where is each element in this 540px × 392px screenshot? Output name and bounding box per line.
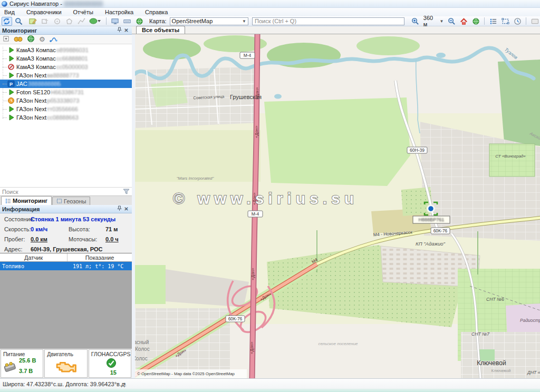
window-title: Сириус Навигатор - [9, 1, 62, 7]
polygon-geozone-button[interactable] [64, 17, 75, 26]
monitor-view-button[interactable] [110, 17, 120, 26]
zoom-level-select[interactable]: 360 м ▼ [422, 15, 445, 27]
vehicle-row[interactable]: ГАЗон Next тт03556666 [0, 105, 132, 113]
expand-all-button[interactable] [3, 36, 9, 43]
shield-60k76-east: 60К-76 [431, 228, 450, 234]
vehicle-row[interactable]: ГАЗон Next вв88888773 [0, 71, 132, 80]
vehicle-row[interactable]: КамАЗ Компас о899886031 [0, 46, 132, 54]
vehicle-row[interactable]: ГАЗон Next рб53338073 [0, 96, 132, 105]
map-select-label: Карта: [149, 18, 167, 24]
vehicle-row-selected[interactable]: P JAC З88888888Б [0, 80, 132, 88]
screen-icon [531, 17, 539, 25]
geozone-icon [56, 198, 62, 204]
svg-text:60К-76: 60К-76 [433, 228, 448, 233]
close-icon[interactable]: ✕ [123, 206, 130, 212]
tab-monitoring[interactable]: Мониторинг [1, 196, 52, 205]
routes-button[interactable] [50, 35, 57, 44]
global-search-input[interactable]: Поиск (Ctrl + Q) [252, 17, 404, 25]
sensor-col-value[interactable]: Показание [68, 253, 132, 261]
shield-60k76-interchange: 60К-76 [226, 316, 245, 322]
shield-m4-top: М-4 [240, 52, 255, 58]
chevron-down-icon: ▼ [440, 19, 444, 24]
map-provider-select[interactable]: OpenStreetMap ▼ [170, 17, 248, 25]
edit-map-button[interactable] [28, 17, 38, 26]
status-moving-icon [7, 114, 15, 121]
gps-label: ГЛОНАСС/GPS [91, 351, 131, 357]
select-area-button[interactable] [500, 17, 510, 26]
find-object-button[interactable] [14, 35, 23, 43]
state-value: Стоянка 1 минута 53 секунды [31, 216, 115, 222]
list-settings-button[interactable]: ⚙ [39, 36, 45, 43]
label-klyuchevoy2: Ключевой [491, 368, 511, 373]
panel-view-button[interactable] [122, 17, 132, 26]
menu-reports[interactable]: Отчёты [73, 9, 93, 15]
altitude-value: 71 м [105, 226, 118, 232]
svg-text:60Н-39: 60Н-39 [410, 148, 425, 153]
sensor-col-name[interactable]: Датчик [0, 253, 68, 261]
home-position-button[interactable] [458, 17, 469, 26]
pin-icon[interactable] [116, 205, 123, 212]
vehicle-row[interactable]: Foton SE120 Н663386731 [0, 88, 132, 96]
map-canvas[interactable]: «Дон» «Дон» «Дон» «Дон» «Дон» «Дон» «Дон… [135, 34, 540, 378]
search-object-button[interactable] [14, 17, 24, 26]
menu-settings[interactable]: Настройка [105, 9, 133, 15]
show-all-on-map-button[interactable] [27, 35, 35, 44]
status-moving-icon [7, 106, 15, 112]
vehicle-tree: КамАЗ Компас о899886031 КамАЗ Компас сс6… [0, 44, 132, 187]
svg-text:60К-76: 60К-76 [228, 316, 243, 321]
speed-label: Скорость: [4, 226, 31, 232]
sensor-row-fuel[interactable]: Топливо 191 л; t°: 19 °C [0, 262, 132, 270]
svg-text:М-4: М-4 [244, 53, 252, 58]
web-map-button[interactable] [134, 17, 144, 26]
town-label-kolos: Колос [135, 346, 150, 352]
circle-geozone-button[interactable] [52, 17, 63, 26]
vehicle-search-input[interactable]: Поиск [0, 187, 132, 196]
map-provider-value: OpenStreetMap [172, 18, 213, 24]
zoom-out-button[interactable] [447, 17, 457, 26]
history-button[interactable] [512, 17, 523, 26]
pin-icon[interactable] [116, 27, 123, 34]
poi-label-mars: "Mars Incorporated" [177, 176, 215, 181]
svg-text:М-4: М-4 [252, 211, 259, 217]
vehicle-plate: тт03556666 [47, 106, 78, 112]
close-icon[interactable]: ✕ [123, 27, 130, 33]
info-panel-title: Информация [2, 206, 40, 212]
statusbar-expander[interactable]: ▲ [123, 381, 127, 385]
legend-button[interactable] [488, 17, 498, 26]
vehicle-row[interactable]: КамАЗ Компас сс66888801 [0, 54, 132, 63]
refresh-icon [3, 17, 11, 25]
tab-geozones[interactable]: Геозоны [52, 197, 90, 205]
panel-tabs: Мониторинг Геозоны [0, 196, 132, 205]
menu-help[interactable]: Справка [145, 9, 168, 15]
zoom-in-button[interactable] [410, 17, 421, 26]
vehicle-name: ГАЗон Next [16, 114, 46, 121]
polyline-geozone-button[interactable] [76, 17, 87, 26]
coordinates-readout: Широта: 47.43238°с.ш. Долгота: 39.96423°… [3, 381, 126, 387]
track-button[interactable] [88, 17, 103, 26]
town-label-kolos2: Колос [135, 356, 148, 361]
add-geozone-button[interactable] [40, 17, 51, 26]
hours-value[interactable]: 0.0 ч [105, 236, 119, 242]
status-bar: Широта: 47.43238°с.ш. Долгота: 39.96423°… [0, 378, 540, 392]
monitoring-panel-header: Мониторинг ✕ [0, 26, 132, 35]
vehicle-row[interactable]: КамАЗ Компас сс05000003 [0, 63, 132, 71]
town-label-klyuchevoy: Ключевой [477, 359, 506, 367]
zoom-in-icon [411, 17, 419, 25]
menu-view[interactable]: Вид [4, 9, 15, 15]
tab-all-objects[interactable]: Все объекты [136, 26, 185, 34]
vehicle-plate: сс05000003 [56, 64, 88, 70]
vehicle-name: ГАЗон Next [16, 97, 46, 104]
filter-icon[interactable] [123, 189, 130, 195]
info-panel-header: Информация ✕ [0, 205, 132, 213]
mileage-value[interactable]: 0.0 км [31, 236, 47, 242]
gps-satellite-count: 15 [110, 369, 117, 376]
vehicle-row[interactable]: ГАЗон Next сс08888663 [0, 113, 132, 122]
online-map-button[interactable] [470, 17, 481, 26]
refresh-button[interactable] [2, 17, 12, 26]
fullscreen-button[interactable] [529, 17, 540, 26]
vehicle-plate: Н663386731 [51, 89, 84, 95]
magnifier-icon [15, 17, 23, 25]
mileage-label: Пробег: [4, 236, 25, 242]
status-moving-icon [7, 55, 15, 62]
menu-references[interactable]: Справочники [26, 9, 62, 15]
